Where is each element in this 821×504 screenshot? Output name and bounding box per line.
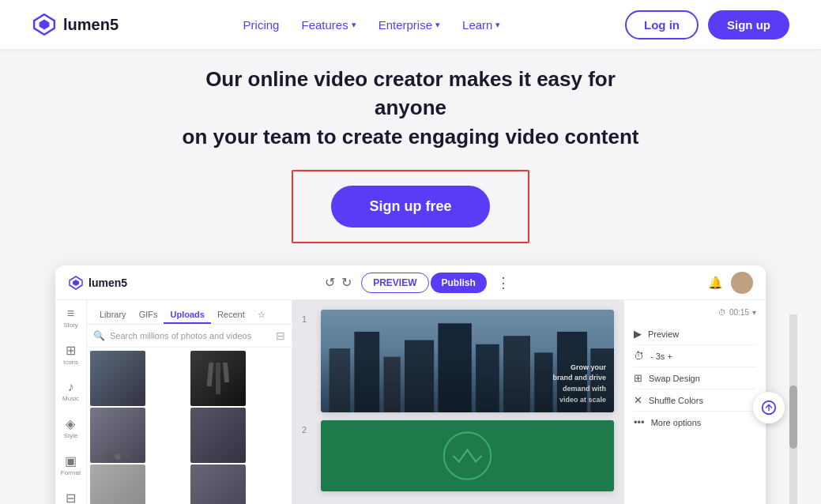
format-item[interactable]: ▣ Format xyxy=(61,453,81,476)
slide-thumb-1[interactable]: Grow yourbrand and drivedemand withvideo… xyxy=(321,310,614,412)
hero-headline: Our online video creator makes it easy f… xyxy=(174,65,648,151)
editor-mockup: lumen5 ↺ ↻ PREVIEW Publish ⋮ 🔔 xyxy=(55,265,766,504)
media-thumb[interactable] xyxy=(190,408,246,463)
editor-right-icons: 🔔 xyxy=(708,272,753,294)
story-item[interactable]: ≡ Story xyxy=(63,307,78,329)
editor-logo: lumen5 xyxy=(68,275,127,291)
slide-item-2: 2 xyxy=(302,420,614,491)
chevron-down-icon: ▾ xyxy=(495,20,500,30)
ellipsis-icon: ••• xyxy=(634,416,645,428)
canvas-area: 1 xyxy=(292,300,623,504)
timer-icon: ⏱ xyxy=(634,350,644,362)
chevron-down-icon: ▾ xyxy=(352,20,356,30)
timer-display: ⏱ 00:15 ▾ xyxy=(634,308,756,317)
slide-number: 2 xyxy=(302,420,314,434)
editor-logo-icon xyxy=(68,275,84,291)
nav-item-features[interactable]: Features ▾ xyxy=(293,13,363,36)
nav-item-learn[interactable]: Learn ▾ xyxy=(454,13,508,36)
music-icon: ♪ xyxy=(62,380,79,394)
city-skyline-svg xyxy=(321,310,614,412)
svg-rect-11 xyxy=(503,336,530,412)
uploads-tab[interactable]: Uploads xyxy=(164,307,210,324)
floating-help-button[interactable] xyxy=(753,392,785,423)
slide-item-1: 1 xyxy=(302,310,614,412)
nav-item-enterprise[interactable]: Enterprise ▾ xyxy=(371,13,448,36)
media-tabs: Library GIFs Uploads Recent ☆ xyxy=(87,300,292,325)
svg-rect-5 xyxy=(330,348,351,412)
notification-icon[interactable]: 🔔 xyxy=(708,276,723,290)
media-thumb[interactable] xyxy=(90,351,145,406)
svg-marker-1 xyxy=(40,20,50,30)
icons-item[interactable]: ⊞ Icons xyxy=(63,343,78,366)
shuffle-colors-action[interactable]: ✕ Shuffle Colors xyxy=(634,389,756,412)
scrollbar-thumb[interactable] xyxy=(789,386,797,449)
format-icon: ▣ xyxy=(61,453,81,468)
hero-section: Our online video creator makes it easy f… xyxy=(0,49,821,265)
nav-actions: Log in Sign up xyxy=(625,10,789,39)
music-item[interactable]: ♪ Music xyxy=(62,380,79,402)
editor-topbar: lumen5 ↺ ↻ PREVIEW Publish ⋮ 🔔 xyxy=(55,265,766,300)
redo-icon[interactable]: ↻ xyxy=(341,275,352,290)
swap-design-action[interactable]: ⊞ Swap Design xyxy=(634,367,756,389)
more-options-action[interactable]: ••• More options xyxy=(634,412,756,433)
library-tab[interactable]: Library xyxy=(93,307,133,324)
preview-action[interactable]: ▶ Preview xyxy=(634,323,756,345)
logo[interactable]: lumen5 xyxy=(32,12,119,37)
editor-body: ≡ Story ⊞ Icons ♪ Music ◈ Style ▣ Form xyxy=(55,300,766,504)
slide-number: 1 xyxy=(302,310,314,324)
duration-action[interactable]: ⏱ - 3s + xyxy=(634,345,756,367)
undo-icon[interactable]: ↺ xyxy=(325,275,335,290)
nav-links: Pricing Features ▾ Enterprise ▾ Learn ▾ xyxy=(235,13,509,36)
svg-rect-7 xyxy=(384,357,401,412)
filter-icon[interactable]: ⊟ xyxy=(276,329,285,342)
transcript-icon: ⊟ xyxy=(57,491,85,504)
slide-image-green xyxy=(321,420,614,491)
chevron-down-icon: ▾ xyxy=(435,20,440,30)
svg-rect-13 xyxy=(557,332,587,412)
publish-tab[interactable]: Publish xyxy=(431,273,487,293)
signup-button[interactable]: Sign up xyxy=(708,10,789,39)
login-button[interactable]: Log in xyxy=(625,10,699,39)
slide-thumb-2[interactable] xyxy=(321,420,614,491)
svg-rect-8 xyxy=(405,340,434,413)
gifs-tab[interactable]: GIFs xyxy=(133,307,164,324)
signup-free-button[interactable]: Sign up free xyxy=(331,186,489,228)
avatar[interactable] xyxy=(731,272,753,294)
search-input[interactable]: Search millions of photos and videos xyxy=(110,331,271,340)
play-icon: ▶ xyxy=(634,328,642,340)
slide-text-overlay: Grow yourbrand and drivedemand withvideo… xyxy=(552,362,606,404)
style-item[interactable]: ◈ Style xyxy=(64,416,78,439)
preview-tab[interactable]: PREVIEW xyxy=(361,273,428,293)
media-thumb[interactable] xyxy=(190,465,246,504)
media-search-bar: 🔍 Search millions of photos and videos ⊟ xyxy=(87,325,292,348)
canvas-slides: 1 xyxy=(292,300,623,504)
slide-image-city: Grow yourbrand and drivedemand withvideo… xyxy=(321,310,614,412)
story-panel: ≡ Story ⊞ Icons ♪ Music ◈ Style ▣ Form xyxy=(55,300,87,504)
nav-item-pricing[interactable]: Pricing xyxy=(235,13,288,36)
logo-icon xyxy=(32,12,57,37)
svg-rect-6 xyxy=(354,332,379,412)
svg-rect-10 xyxy=(476,344,499,412)
editor-center-controls: ↺ ↻ PREVIEW Publish ⋮ xyxy=(325,273,510,293)
recycle-icon xyxy=(760,399,778,416)
scrollbar-track[interactable] xyxy=(789,314,797,504)
media-thumb[interactable] xyxy=(90,408,145,463)
svg-marker-3 xyxy=(73,280,79,286)
transcript-item[interactable]: ⊟ Transcript xyxy=(57,491,85,504)
editor-tabs: PREVIEW Publish xyxy=(361,273,487,293)
navbar: lumen5 Pricing Features ▾ Enterprise ▾ L… xyxy=(0,0,821,49)
swap-icon: ⊞ xyxy=(634,372,642,384)
style-icon: ◈ xyxy=(64,416,78,431)
svg-rect-12 xyxy=(534,353,552,413)
handshake-svg xyxy=(321,420,614,491)
icons-icon: ⊞ xyxy=(63,343,78,358)
logo-text: lumen5 xyxy=(63,16,119,34)
star-tab[interactable]: ☆ xyxy=(251,307,272,324)
media-thumb[interactable] xyxy=(190,351,246,406)
right-panel: ⏱ 00:15 ▾ ▶ Preview ⏱ - 3s + ⊞ Swap Desi… xyxy=(623,300,766,504)
media-thumb[interactable] xyxy=(90,465,145,504)
recent-tab[interactable]: Recent xyxy=(211,307,251,324)
clock-icon: ⏱ xyxy=(718,308,726,317)
cta-highlight-box: Sign up free xyxy=(292,170,529,243)
more-options-icon[interactable]: ⋮ xyxy=(496,274,510,291)
